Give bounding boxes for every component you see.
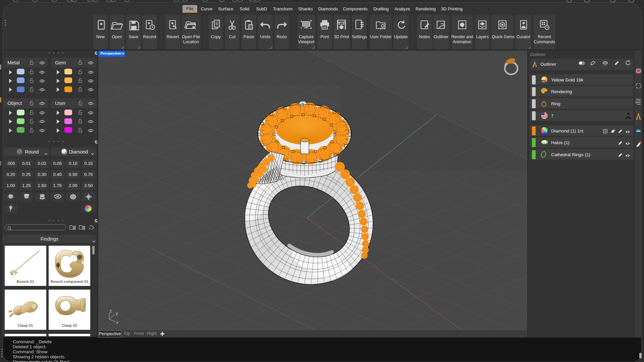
svg-text:x: x — [116, 320, 118, 325]
svg-text:z: z — [110, 309, 112, 313]
svg-text:y: y — [116, 311, 118, 316]
svg-text:18K: 18K — [542, 80, 545, 82]
